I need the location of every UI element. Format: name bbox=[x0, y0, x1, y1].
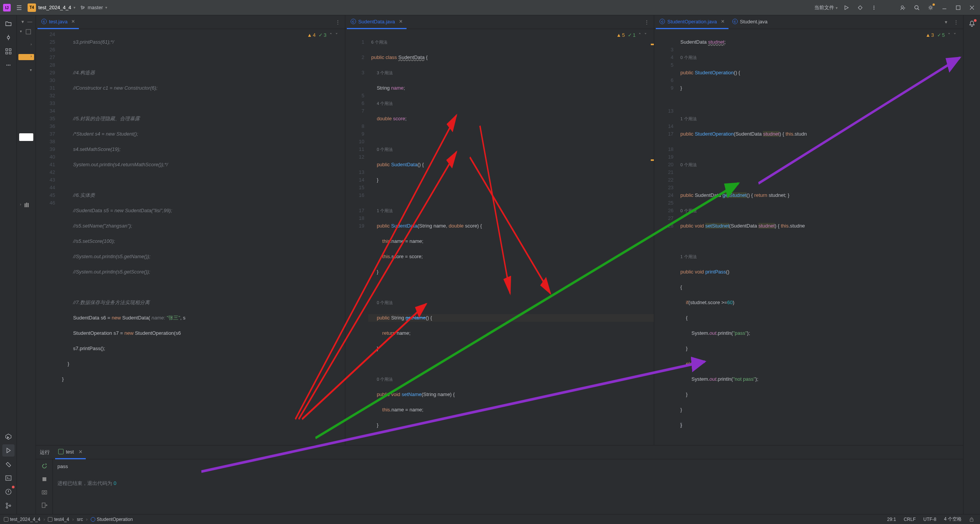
commit-tool-button[interactable] bbox=[2, 31, 15, 44]
inspections-left[interactable]: ▲ 4 ✓ 3 ˄ ˅ bbox=[305, 31, 339, 39]
svg-point-35 bbox=[43, 491, 45, 493]
exit-line: 进程已结束，退出代码为 0 bbox=[57, 479, 959, 488]
search-everywhere-button[interactable] bbox=[912, 3, 922, 13]
libs-icon bbox=[24, 202, 29, 208]
class-icon: C bbox=[732, 19, 738, 24]
vcs-branch-selector[interactable]: master ▾ bbox=[80, 5, 107, 10]
tab-test-java[interactable]: C test.java ✕ bbox=[38, 15, 79, 29]
svg-point-8 bbox=[7, 36, 10, 39]
more-tools-button[interactable] bbox=[2, 59, 15, 71]
run-tool-button[interactable] bbox=[2, 444, 15, 457]
prev-highlight[interactable]: ˄ bbox=[948, 32, 951, 38]
project-selector[interactable]: T4 test_2024_4_4 ▾ bbox=[28, 3, 75, 12]
breadcrumb-folder[interactable]: test4_4 bbox=[48, 517, 69, 522]
project-name: test_2024_4_4 bbox=[38, 5, 71, 10]
code-editor-left[interactable]: s3.printPass(61);*/ //4.构造器 //Constructo… bbox=[59, 29, 345, 445]
rerun-button[interactable] bbox=[40, 462, 49, 471]
svg-point-13 bbox=[6, 65, 7, 66]
run-config-selector[interactable]: 当前文件 ▾ bbox=[814, 4, 838, 11]
tab-more-options[interactable]: ⋮ bbox=[951, 19, 962, 25]
indent-settings[interactable]: 4 个空格 bbox=[942, 516, 964, 522]
code-editor-middle[interactable]: 6 个用法 public class SudentData { 3 个用法 St… bbox=[368, 29, 654, 445]
app-root: IJ T4 test_2024_4_4 ▾ master ▾ 当前文件 ▾ bbox=[0, 0, 980, 524]
next-highlight[interactable]: ˅ bbox=[954, 32, 956, 38]
tab-sudentdata-java[interactable]: C SudentData.java ✕ bbox=[347, 15, 407, 29]
settings-button[interactable] bbox=[926, 3, 936, 13]
svg-point-19 bbox=[6, 507, 8, 508]
window-maximize[interactable] bbox=[953, 3, 963, 13]
prev-highlight[interactable]: ˄ bbox=[639, 32, 641, 38]
svg-point-20 bbox=[9, 505, 11, 506]
services-tool-button[interactable] bbox=[2, 431, 15, 443]
tree-chevron[interactable]: › bbox=[18, 42, 34, 46]
line-separator[interactable]: CRLF bbox=[902, 517, 918, 522]
structure-tool-button[interactable] bbox=[2, 45, 15, 57]
notifications-button[interactable] bbox=[966, 18, 978, 30]
close-icon[interactable]: ✕ bbox=[399, 19, 403, 24]
next-highlight[interactable]: ˅ bbox=[644, 32, 647, 38]
inspections-right[interactable]: ▲ 3 ✓ 5 ˄ ˅ bbox=[924, 31, 958, 39]
main-menu-button[interactable] bbox=[15, 4, 23, 11]
project-tool-button[interactable] bbox=[2, 18, 15, 30]
editor-splits: C test.java ✕ ⋮ ▲ 4 ✓ 3 ˄ ˅ bbox=[36, 15, 963, 445]
tab-student-java[interactable]: C Student.java bbox=[728, 15, 771, 29]
vcs-tool-button[interactable] bbox=[2, 499, 15, 512]
run-tab-test[interactable]: test ✕ bbox=[55, 445, 86, 459]
scrollbar-track[interactable] bbox=[650, 29, 654, 445]
breadcrumb-src[interactable]: src bbox=[77, 517, 83, 522]
close-icon[interactable]: ✕ bbox=[721, 19, 725, 24]
breadcrumb-class[interactable]: StudentOperation bbox=[91, 517, 133, 522]
tab-label: SudentData.java bbox=[358, 19, 395, 25]
code-editor-right[interactable]: SudentData studnet; 0 个用法 public Student… bbox=[677, 29, 963, 445]
tab-bar-right: C StudentOperation.java ✕ C Student.java… bbox=[654, 15, 963, 29]
build-tool-button[interactable] bbox=[2, 458, 15, 470]
close-icon[interactable]: ✕ bbox=[71, 19, 75, 24]
terminal-tool-button[interactable] bbox=[2, 472, 15, 484]
breadcrumb-module[interactable]: test_2024_4_4 bbox=[4, 517, 40, 522]
next-highlight[interactable]: ˅ bbox=[335, 32, 338, 38]
gutter-left: 2425262728293031323334353637383940414243… bbox=[36, 29, 59, 445]
snapshot-button[interactable] bbox=[40, 488, 49, 497]
run-panel-title: 运行 bbox=[40, 449, 50, 456]
warning-count: ▲ 5 bbox=[616, 32, 625, 38]
code-with-me-button[interactable] bbox=[898, 3, 908, 13]
prev-highlight[interactable]: ˄ bbox=[330, 32, 332, 38]
problems-tool-button[interactable] bbox=[2, 486, 15, 498]
tree-chevron[interactable]: ▾ bbox=[20, 29, 24, 34]
warning-count: ▲ 3 bbox=[926, 32, 934, 38]
class-icon: C bbox=[41, 19, 47, 24]
svg-rect-21 bbox=[26, 29, 31, 34]
tab-overflow[interactable]: ▾ bbox=[942, 19, 951, 25]
branch-name: master bbox=[88, 5, 103, 10]
tab-more-options[interactable]: ⋮ bbox=[641, 19, 652, 25]
hint-count: ✓ 5 bbox=[937, 32, 945, 38]
tree-chevron[interactable]: › bbox=[20, 202, 23, 208]
exit-button[interactable] bbox=[40, 501, 49, 510]
chevron-down-icon: ▾ bbox=[74, 5, 75, 10]
more-run-options[interactable] bbox=[869, 3, 879, 13]
expand-all-button[interactable]: ▾ bbox=[19, 18, 26, 25]
tree-chevron[interactable]: ▾ bbox=[18, 68, 34, 72]
caret-position[interactable]: 29:1 bbox=[885, 517, 898, 522]
warning-count: ▲ 4 bbox=[307, 32, 315, 38]
svg-rect-10 bbox=[9, 49, 11, 51]
main-body: ▾ — ▾ › › ▾ › C bbox=[0, 15, 980, 514]
selected-tree-item[interactable] bbox=[19, 133, 33, 141]
tab-studentoperation-java[interactable]: C StudentOperation.java ✕ bbox=[656, 15, 728, 29]
editor-split-right: C StudentOperation.java ✕ C Student.java… bbox=[654, 15, 963, 445]
window-close[interactable] bbox=[967, 3, 977, 13]
inspections-middle[interactable]: ▲ 5 ✓ 1 ˄ ˅ bbox=[615, 31, 648, 39]
tab-more-options[interactable]: ⋮ bbox=[332, 19, 343, 25]
collapse-panel-button[interactable]: — bbox=[26, 18, 34, 25]
debug-button[interactable] bbox=[855, 3, 865, 13]
svg-rect-7 bbox=[956, 6, 960, 10]
stop-button[interactable] bbox=[40, 475, 49, 484]
close-icon[interactable]: ✕ bbox=[78, 449, 83, 455]
svg-rect-9 bbox=[6, 49, 8, 51]
run-button[interactable] bbox=[841, 3, 851, 13]
tree-chevron[interactable]: › bbox=[18, 54, 34, 60]
window-minimize[interactable] bbox=[939, 3, 949, 13]
readonly-lock-icon[interactable] bbox=[967, 517, 976, 522]
svg-point-0 bbox=[859, 6, 862, 9]
file-encoding[interactable]: UTF-8 bbox=[921, 517, 939, 522]
